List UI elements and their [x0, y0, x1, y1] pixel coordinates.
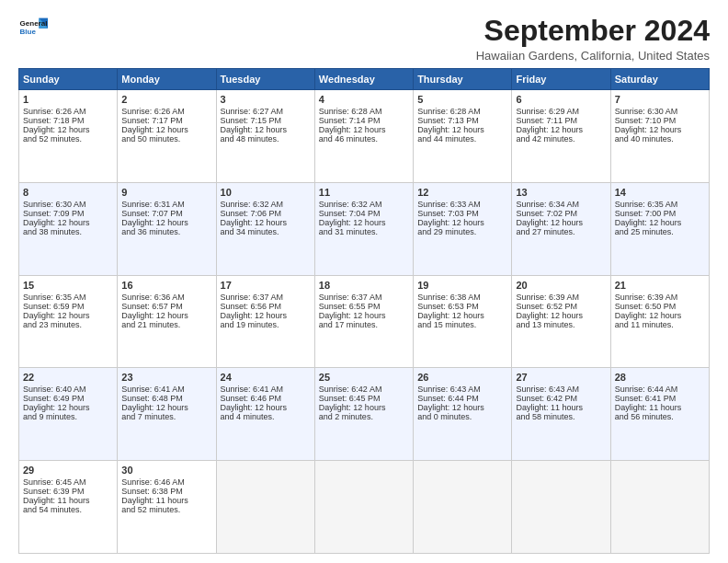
day-info: Sunset: 6:52 PM	[516, 302, 606, 311]
day-info: Sunrise: 6:28 AM	[417, 107, 507, 116]
th-thursday: Thursday	[414, 69, 512, 90]
day-info: Sunrise: 6:35 AM	[23, 293, 113, 302]
day-info: Sunrise: 6:30 AM	[615, 107, 705, 116]
day-info: Sunrise: 6:29 AM	[516, 107, 606, 116]
day-info: and 7 minutes.	[121, 412, 211, 421]
th-wednesday: Wednesday	[314, 69, 413, 90]
day-info: Sunrise: 6:40 AM	[23, 385, 113, 394]
calendar-cell: 22Sunrise: 6:40 AMSunset: 6:49 PMDayligh…	[19, 368, 118, 461]
calendar-cell: 28Sunrise: 6:44 AMSunset: 6:41 PMDayligh…	[610, 368, 709, 461]
calendar-cell	[314, 461, 413, 554]
day-info: Sunset: 7:15 PM	[221, 116, 311, 125]
page: General Blue September 2024 Hawaiian Gar…	[0, 0, 728, 563]
day-info: Sunset: 7:13 PM	[417, 116, 507, 125]
calendar-cell: 20Sunrise: 6:39 AMSunset: 6:52 PMDayligh…	[512, 275, 610, 368]
calendar-cell: 18Sunrise: 6:37 AMSunset: 6:55 PMDayligh…	[314, 275, 413, 368]
day-info: Daylight: 12 hours	[319, 311, 409, 320]
svg-text:General: General	[20, 19, 48, 28]
day-info: Sunrise: 6:35 AM	[615, 200, 705, 209]
title-block: September 2024 Hawaiian Gardens, Califor…	[476, 15, 710, 63]
day-info: Sunrise: 6:26 AM	[121, 107, 211, 116]
day-number: 3	[221, 94, 311, 105]
day-info: Sunrise: 6:38 AM	[417, 293, 507, 302]
calendar-cell: 7Sunrise: 6:30 AMSunset: 7:10 PMDaylight…	[610, 90, 709, 183]
day-info: and 52 minutes.	[121, 505, 211, 514]
day-number: 9	[121, 187, 211, 198]
day-number: 16	[121, 280, 211, 291]
day-info: and 9 minutes.	[23, 412, 113, 421]
calendar-cell: 26Sunrise: 6:43 AMSunset: 6:44 PMDayligh…	[414, 368, 512, 461]
calendar-week-1: 1Sunrise: 6:26 AMSunset: 7:18 PMDaylight…	[19, 90, 710, 183]
calendar-cell: 21Sunrise: 6:39 AMSunset: 6:50 PMDayligh…	[610, 275, 709, 368]
day-number: 8	[23, 187, 113, 198]
day-number: 21	[615, 280, 705, 291]
calendar-cell: 24Sunrise: 6:41 AMSunset: 6:46 PMDayligh…	[216, 368, 314, 461]
day-number: 5	[417, 94, 507, 105]
day-info: Sunrise: 6:26 AM	[23, 107, 113, 116]
day-info: Daylight: 12 hours	[615, 218, 705, 227]
day-info: Sunrise: 6:31 AM	[121, 200, 211, 209]
day-info: and 58 minutes.	[516, 412, 606, 421]
day-number: 1	[23, 94, 113, 105]
day-info: Daylight: 12 hours	[417, 403, 507, 412]
day-info: Sunrise: 6:30 AM	[23, 200, 113, 209]
month-title: September 2024	[476, 15, 710, 47]
calendar-cell: 12Sunrise: 6:33 AMSunset: 7:03 PMDayligh…	[414, 182, 512, 275]
day-info: and 36 minutes.	[121, 227, 211, 236]
day-info: Daylight: 12 hours	[221, 218, 311, 227]
calendar-week-5: 29Sunrise: 6:45 AMSunset: 6:39 PMDayligh…	[19, 461, 710, 554]
day-info: Daylight: 11 hours	[121, 496, 211, 505]
day-info: Sunrise: 6:37 AM	[319, 293, 409, 302]
calendar-cell: 8Sunrise: 6:30 AMSunset: 7:09 PMDaylight…	[19, 182, 118, 275]
day-info: and 19 minutes.	[221, 320, 311, 329]
calendar-cell: 11Sunrise: 6:32 AMSunset: 7:04 PMDayligh…	[314, 182, 413, 275]
calendar-cell	[512, 461, 610, 554]
day-info: Daylight: 12 hours	[615, 311, 705, 320]
day-info: Sunset: 6:38 PM	[121, 487, 211, 496]
day-info: Daylight: 11 hours	[23, 496, 113, 505]
calendar: Sunday Monday Tuesday Wednesday Thursday…	[18, 68, 710, 554]
day-info: and 0 minutes.	[417, 412, 507, 421]
calendar-cell: 30Sunrise: 6:46 AMSunset: 6:38 PMDayligh…	[118, 461, 216, 554]
day-info: and 25 minutes.	[615, 227, 705, 236]
day-info: and 38 minutes.	[23, 227, 113, 236]
calendar-cell: 15Sunrise: 6:35 AMSunset: 6:59 PMDayligh…	[19, 275, 118, 368]
day-info: and 48 minutes.	[221, 134, 311, 144]
day-info: and 40 minutes.	[615, 134, 705, 144]
logo: General Blue	[18, 15, 48, 40]
day-info: Daylight: 12 hours	[221, 403, 311, 412]
day-info: Daylight: 12 hours	[319, 403, 409, 412]
day-info: Daylight: 12 hours	[417, 125, 507, 134]
day-info: Daylight: 12 hours	[417, 311, 507, 320]
logo-icon: General Blue	[18, 15, 48, 40]
calendar-cell: 16Sunrise: 6:36 AMSunset: 6:57 PMDayligh…	[118, 275, 216, 368]
header: General Blue September 2024 Hawaiian Gar…	[18, 15, 710, 63]
day-info: Sunset: 6:48 PM	[121, 394, 211, 403]
day-info: Sunset: 7:02 PM	[516, 209, 606, 218]
day-info: Sunset: 7:11 PM	[516, 116, 606, 125]
day-info: Sunrise: 6:36 AM	[121, 293, 211, 302]
day-info: Sunrise: 6:32 AM	[221, 200, 311, 209]
calendar-week-4: 22Sunrise: 6:40 AMSunset: 6:49 PMDayligh…	[19, 368, 710, 461]
day-info: Daylight: 12 hours	[319, 125, 409, 134]
day-info: Sunset: 7:00 PM	[615, 209, 705, 218]
day-number: 10	[221, 187, 311, 198]
day-info: Sunset: 6:45 PM	[319, 394, 409, 403]
day-info: Sunrise: 6:41 AM	[221, 385, 311, 394]
day-info: Sunrise: 6:39 AM	[615, 293, 705, 302]
calendar-week-2: 8Sunrise: 6:30 AMSunset: 7:09 PMDaylight…	[19, 182, 710, 275]
day-info: Sunrise: 6:34 AM	[516, 200, 606, 209]
day-info: Sunset: 6:41 PM	[615, 394, 705, 403]
day-info: and 23 minutes.	[23, 320, 113, 329]
day-info: Sunset: 6:42 PM	[516, 394, 606, 403]
day-info: Daylight: 12 hours	[516, 311, 606, 320]
day-info: Sunrise: 6:27 AM	[221, 107, 311, 116]
day-info: Sunrise: 6:46 AM	[121, 477, 211, 487]
day-info: Sunset: 6:53 PM	[417, 302, 507, 311]
day-number: 24	[221, 372, 311, 383]
day-number: 19	[417, 280, 507, 291]
day-number: 17	[221, 280, 311, 291]
day-number: 12	[417, 187, 507, 198]
day-info: Daylight: 12 hours	[615, 125, 705, 134]
day-info: and 44 minutes.	[417, 134, 507, 144]
